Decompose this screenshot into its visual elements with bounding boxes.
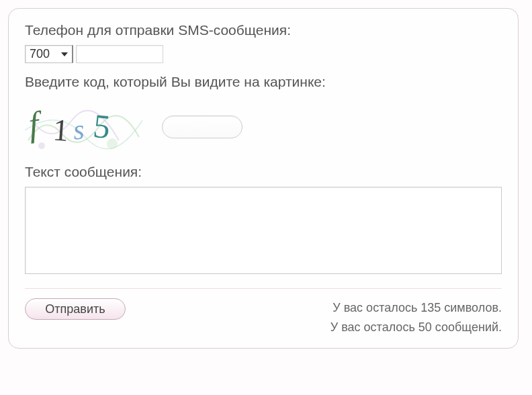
divider [25,288,502,289]
bottom-row: Отправить У вас осталось 135 символов. У… [25,298,502,337]
captcha-char: s [72,113,85,146]
captcha-row: f 1 s 5 [25,97,502,157]
svg-point-1 [38,142,45,149]
messages-remaining: У вас осталось 50 сообщений. [330,318,502,337]
captcha-char: 1 [52,112,70,148]
message-textarea[interactable] [25,187,502,274]
phone-prefix-value: 700 [30,47,50,61]
send-button[interactable]: Отправить [25,298,126,320]
phone-number-input[interactable] [76,45,163,63]
chevron-down-icon [61,52,68,56]
phone-prefix-select[interactable]: 700 [25,45,73,63]
phone-label: Телефон для отправки SMS-сообщения: [25,22,502,38]
message-label: Текст сообщения: [25,164,502,180]
captcha-image: f 1 s 5 [25,100,146,154]
sms-form-panel: Телефон для отправки SMS-сообщения: 700 … [8,8,519,349]
phone-row: 700 [25,45,502,63]
captcha-label: Введите код, который Вы видите на картин… [25,74,502,90]
captcha-input[interactable] [162,116,242,138]
status-block: У вас осталось 135 символов. У вас остал… [330,298,502,337]
chars-remaining: У вас осталось 135 символов. [330,298,502,318]
